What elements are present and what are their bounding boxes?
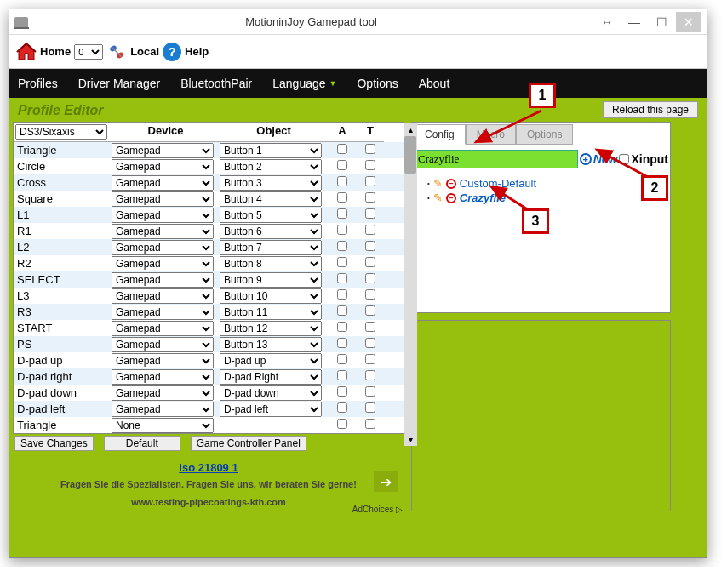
save-changes-button[interactable]: Save Changes [14, 436, 94, 451]
maximize-button[interactable]: ☐ [649, 12, 674, 32]
a-checkbox[interactable] [337, 305, 347, 316]
a-checkbox[interactable] [337, 370, 347, 380]
t-checkbox[interactable] [365, 273, 375, 283]
a-checkbox[interactable] [337, 176, 347, 186]
device-select[interactable]: Gamepad [112, 175, 214, 191]
object-select[interactable]: Button 13 [220, 337, 322, 352]
scrollbar[interactable]: ▴ ▾ [404, 123, 417, 446]
object-select[interactable]: Button 10 [220, 288, 322, 304]
default-button[interactable]: Default [104, 436, 180, 451]
ad-link[interactable]: Iso 21809 1 [179, 461, 238, 474]
device-select[interactable]: Gamepad [112, 272, 214, 288]
device-select[interactable]: Gamepad [112, 191, 214, 207]
a-checkbox[interactable] [337, 322, 347, 332]
device-select[interactable]: Gamepad [112, 208, 214, 223]
object-select[interactable]: D-pad down [220, 385, 322, 401]
a-checkbox[interactable] [337, 208, 347, 219]
adchoices-label[interactable]: AdChoices ▷ [352, 505, 403, 514]
delete-icon[interactable]: − [446, 193, 456, 203]
game-controller-panel-button[interactable]: Game Controller Panel [191, 436, 306, 451]
menu-options[interactable]: Options [357, 77, 398, 90]
t-checkbox[interactable] [365, 305, 375, 316]
menu-driver-manager[interactable]: Driver Manager [78, 77, 160, 90]
device-select[interactable]: Gamepad [112, 353, 214, 368]
tab-config[interactable]: Config [414, 124, 466, 145]
scroll-thumb[interactable] [404, 136, 416, 174]
device-select[interactable]: Gamepad [112, 305, 214, 320]
object-select[interactable]: Button 11 [220, 305, 322, 320]
scroll-down-icon[interactable]: ▾ [404, 432, 417, 446]
minimize-button[interactable]: — [621, 12, 647, 32]
object-select[interactable]: D-pad Right [220, 369, 322, 385]
t-checkbox[interactable] [365, 322, 375, 332]
device-select[interactable]: Gamepad [112, 337, 214, 352]
restore-icon[interactable]: ↔ [594, 12, 620, 32]
edit-icon[interactable]: ✎ [433, 191, 443, 204]
t-checkbox[interactable] [365, 289, 375, 300]
a-checkbox[interactable] [337, 225, 347, 235]
a-checkbox[interactable] [337, 241, 347, 251]
object-select[interactable]: Button 12 [220, 321, 322, 336]
t-checkbox[interactable] [365, 338, 375, 348]
a-checkbox[interactable] [337, 160, 347, 170]
menu-profiles[interactable]: Profiles [18, 77, 58, 90]
object-select[interactable]: Button 4 [220, 191, 322, 207]
device-select[interactable]: None [112, 418, 214, 433]
t-checkbox[interactable] [365, 144, 375, 154]
a-checkbox[interactable] [337, 419, 347, 429]
t-checkbox[interactable] [365, 354, 375, 364]
device-select[interactable]: Gamepad [112, 256, 214, 271]
a-checkbox[interactable] [337, 192, 347, 203]
object-select[interactable]: D-pad up [220, 353, 322, 368]
home-icon[interactable] [16, 42, 37, 62]
device-select[interactable]: Gamepad [112, 385, 214, 401]
object-select[interactable]: Button 9 [220, 272, 322, 288]
t-checkbox[interactable] [365, 241, 375, 251]
device-select[interactable]: Gamepad [112, 240, 214, 255]
a-checkbox[interactable] [337, 144, 347, 154]
device-select[interactable]: Gamepad [112, 288, 214, 304]
profile-name-input[interactable] [414, 150, 578, 168]
t-checkbox[interactable] [365, 192, 375, 203]
help-icon[interactable]: ? [163, 43, 181, 61]
menu-bluetooth-pair[interactable]: BluetoothPair [180, 77, 252, 90]
device-select[interactable]: Gamepad [112, 402, 214, 417]
device-select[interactable]: Gamepad [112, 224, 214, 239]
object-select[interactable]: Button 6 [220, 224, 322, 239]
a-checkbox[interactable] [337, 386, 347, 397]
edit-icon[interactable]: ✎ [433, 177, 443, 190]
a-checkbox[interactable] [337, 402, 347, 413]
object-select[interactable]: Button 2 [220, 159, 322, 174]
t-checkbox[interactable] [365, 402, 375, 413]
reload-button[interactable]: Reload this page [603, 101, 698, 118]
scroll-up-icon[interactable]: ▴ [404, 123, 417, 136]
a-checkbox[interactable] [337, 257, 347, 267]
object-select[interactable]: Button 5 [220, 208, 322, 223]
device-select[interactable]: Gamepad [112, 321, 214, 336]
t-checkbox[interactable] [365, 208, 375, 219]
device-select[interactable]: Gamepad [112, 143, 214, 158]
t-checkbox[interactable] [365, 225, 375, 235]
menu-language[interactable]: Language▼ [272, 77, 336, 90]
t-checkbox[interactable] [365, 160, 375, 170]
delete-icon[interactable]: − [446, 179, 456, 189]
object-select[interactable]: Button 8 [220, 256, 322, 271]
home-select[interactable]: 0 [74, 44, 103, 60]
local-icon[interactable] [106, 42, 127, 62]
ad-arrow-icon[interactable]: ➔ [374, 471, 398, 492]
a-checkbox[interactable] [337, 338, 347, 348]
t-checkbox[interactable] [365, 370, 375, 380]
object-select[interactable]: Button 7 [220, 240, 322, 255]
t-checkbox[interactable] [365, 419, 375, 429]
a-checkbox[interactable] [337, 354, 347, 364]
object-select[interactable]: Button 3 [220, 175, 322, 191]
a-checkbox[interactable] [337, 273, 347, 283]
t-checkbox[interactable] [365, 386, 375, 397]
menu-about[interactable]: About [419, 77, 450, 90]
device-select[interactable]: Gamepad [112, 369, 214, 385]
close-button[interactable]: ✕ [676, 12, 701, 32]
t-checkbox[interactable] [365, 257, 375, 267]
object-select[interactable]: Button 1 [220, 143, 322, 158]
controller-select[interactable]: DS3/Sixaxis [15, 124, 107, 140]
device-select[interactable]: Gamepad [112, 159, 214, 174]
